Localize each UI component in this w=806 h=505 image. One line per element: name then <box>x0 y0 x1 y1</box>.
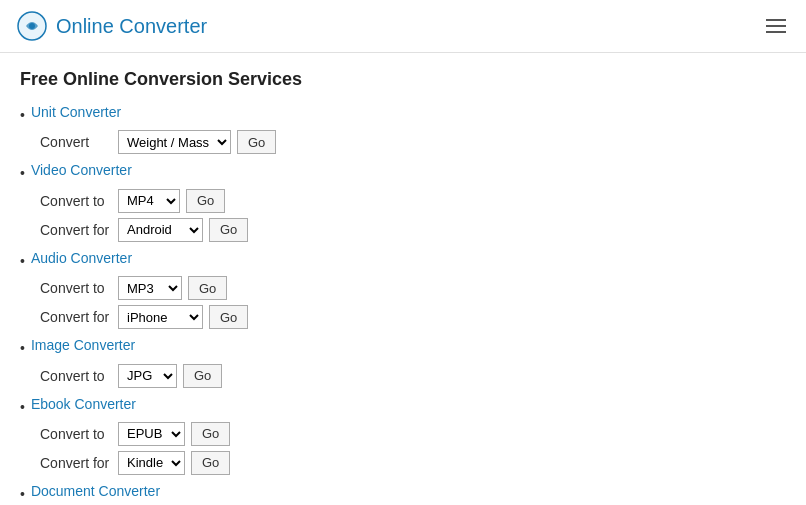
bullet-point: • <box>20 337 25 359</box>
section-title-document-converter[interactable]: Document Converter <box>31 483 160 499</box>
bullet-point: • <box>20 250 25 272</box>
go-button-unit-converter-0[interactable]: Go <box>237 130 276 154</box>
logo-icon <box>16 10 48 42</box>
row-ebook-converter-0: Convert toEPUBMOBIPDFAZW3Go <box>40 422 786 446</box>
section-title-image-converter[interactable]: Image Converter <box>31 337 135 353</box>
section-ebook-converter: •Ebook ConverterConvert toEPUBMOBIPDFAZW… <box>20 396 786 475</box>
go-button-video-converter-0[interactable]: Go <box>186 189 225 213</box>
logo-text: Online Converter <box>56 15 207 38</box>
row-label-audio-converter-1: Convert for <box>40 309 112 325</box>
section-bullet-audio-converter: •Audio Converter <box>20 250 786 272</box>
row-label-video-converter-1: Convert for <box>40 222 112 238</box>
section-title-unit-converter[interactable]: Unit Converter <box>31 104 121 120</box>
page-title: Free Online Conversion Services <box>20 69 786 90</box>
section-bullet-image-converter: •Image Converter <box>20 337 786 359</box>
go-button-image-converter-0[interactable]: Go <box>183 364 222 388</box>
section-content-video-converter: Convert toMP4AVIMOVWMVMKVGoConvert forAn… <box>40 189 786 242</box>
section-bullet-video-converter: •Video Converter <box>20 162 786 184</box>
section-bullet-document-converter: •Document Converter <box>20 483 786 505</box>
row-ebook-converter-1: Convert forKindleiPadNookKoboGo <box>40 451 786 475</box>
select-image-converter-0[interactable]: JPGPNGGIFBMPTIFF <box>118 364 177 388</box>
section-title-video-converter[interactable]: Video Converter <box>31 162 132 178</box>
row-audio-converter-1: Convert foriPhoneAndroidiPadSamsungGo <box>40 305 786 329</box>
select-video-converter-0[interactable]: MP4AVIMOVWMVMKV <box>118 189 180 213</box>
hamburger-line-1 <box>766 19 786 21</box>
bullet-point: • <box>20 396 25 418</box>
row-video-converter-0: Convert toMP4AVIMOVWMVMKVGo <box>40 189 786 213</box>
select-ebook-converter-1[interactable]: KindleiPadNookKobo <box>118 451 185 475</box>
row-image-converter-0: Convert toJPGPNGGIFBMPTIFFGo <box>40 364 786 388</box>
select-unit-converter-0[interactable]: Weight / MassLengthTemperatureSpeedVolum… <box>118 130 231 154</box>
row-label-video-converter-0: Convert to <box>40 193 112 209</box>
section-video-converter: •Video ConverterConvert toMP4AVIMOVWMVMK… <box>20 162 786 241</box>
row-label-image-converter-0: Convert to <box>40 368 112 384</box>
logo: Online Converter <box>16 10 207 42</box>
section-bullet-unit-converter: •Unit Converter <box>20 104 786 126</box>
section-bullet-ebook-converter: •Ebook Converter <box>20 396 786 418</box>
go-button-audio-converter-1[interactable]: Go <box>209 305 248 329</box>
section-content-unit-converter: ConvertWeight / MassLengthTemperatureSpe… <box>40 130 786 154</box>
section-content-audio-converter: Convert toMP3WAVAACOGGFLACGoConvert fori… <box>40 276 786 329</box>
bullet-point: • <box>20 483 25 505</box>
row-label-ebook-converter-0: Convert to <box>40 426 112 442</box>
select-video-converter-1[interactable]: AndroidiPhoneiPadSamsung <box>118 218 203 242</box>
section-title-ebook-converter[interactable]: Ebook Converter <box>31 396 136 412</box>
select-audio-converter-1[interactable]: iPhoneAndroidiPadSamsung <box>118 305 203 329</box>
bullet-point: • <box>20 162 25 184</box>
section-audio-converter: •Audio ConverterConvert toMP3WAVAACOGGFL… <box>20 250 786 329</box>
section-unit-converter: •Unit ConverterConvertWeight / MassLengt… <box>20 104 786 154</box>
go-button-ebook-converter-1[interactable]: Go <box>191 451 230 475</box>
svg-point-1 <box>29 23 35 29</box>
hamburger-line-3 <box>766 31 786 33</box>
section-document-converter: •Document ConverterConvert toPDFDOCDOCXT… <box>20 483 786 505</box>
row-label-audio-converter-0: Convert to <box>40 280 112 296</box>
row-unit-converter-0: ConvertWeight / MassLengthTemperatureSpe… <box>40 130 786 154</box>
section-title-audio-converter[interactable]: Audio Converter <box>31 250 132 266</box>
go-button-audio-converter-0[interactable]: Go <box>188 276 227 300</box>
hamburger-menu[interactable] <box>762 15 790 37</box>
select-ebook-converter-0[interactable]: EPUBMOBIPDFAZW3 <box>118 422 185 446</box>
sections-container: •Unit ConverterConvertWeight / MassLengt… <box>20 104 786 505</box>
row-label-ebook-converter-1: Convert for <box>40 455 112 471</box>
section-content-ebook-converter: Convert toEPUBMOBIPDFAZW3GoConvert forKi… <box>40 422 786 475</box>
go-button-video-converter-1[interactable]: Go <box>209 218 248 242</box>
go-button-ebook-converter-0[interactable]: Go <box>191 422 230 446</box>
select-audio-converter-0[interactable]: MP3WAVAACOGGFLAC <box>118 276 182 300</box>
bullet-point: • <box>20 104 25 126</box>
row-label-unit-converter-0: Convert <box>40 134 112 150</box>
hamburger-line-2 <box>766 25 786 27</box>
row-audio-converter-0: Convert toMP3WAVAACOGGFLACGo <box>40 276 786 300</box>
section-image-converter: •Image ConverterConvert toJPGPNGGIFBMPTI… <box>20 337 786 387</box>
section-content-image-converter: Convert toJPGPNGGIFBMPTIFFGo <box>40 364 786 388</box>
row-video-converter-1: Convert forAndroidiPhoneiPadSamsungGo <box>40 218 786 242</box>
